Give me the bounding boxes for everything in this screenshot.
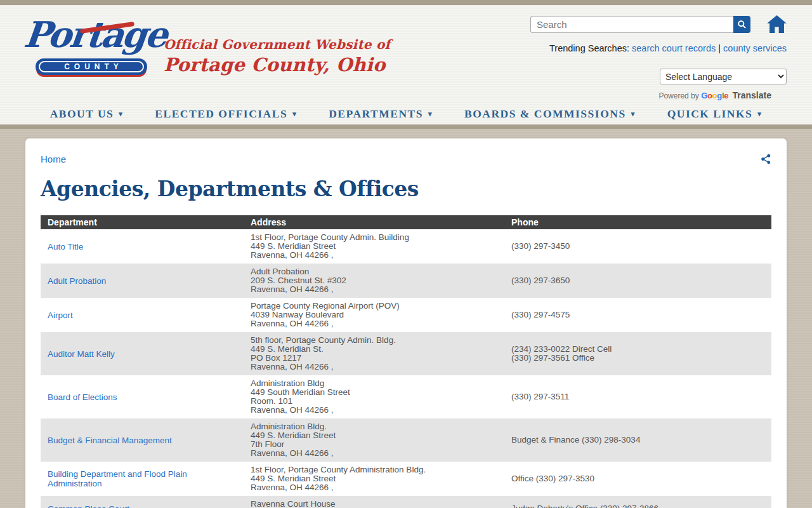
nav-item-label: BOARDS & COMMISSIONS: [464, 107, 626, 121]
column-header-address: Address: [244, 215, 504, 229]
tagline-line2: Portage County, Ohio: [164, 54, 390, 76]
logo-wordmark: Portage: [22, 17, 167, 52]
address-line: Ravenna, OH 44266 ,: [251, 251, 497, 260]
address-line: Room. 101: [251, 397, 497, 406]
address-line: 449 South Meridian Street: [251, 388, 497, 397]
table-row: AirportPortage County Regional Airport (…: [41, 298, 771, 332]
logo-county-label: COUNTY: [39, 61, 144, 72]
departments-table: Department Address Phone Auto Title1st F…: [41, 215, 771, 508]
page-title: Agencies, Departments & Offices: [41, 177, 771, 201]
phone-line: Judge Doherty's Office (330) 297-3866: [511, 504, 764, 508]
share-button[interactable]: [761, 154, 771, 164]
google-translate-attribution: Powered by Google Translate: [530, 90, 787, 100]
chevron-down-icon: ▾: [757, 110, 762, 118]
department-link[interactable]: Auditor Matt Kelly: [48, 349, 115, 359]
department-link[interactable]: Common Pleas Court: [48, 504, 129, 508]
table-header-row: Department Address Phone: [41, 215, 771, 229]
column-header-department: Department: [41, 215, 244, 229]
trending-separator: |: [718, 43, 721, 53]
share-icon: [761, 154, 771, 164]
phone-line: Budget & Finance (330) 298-3034: [511, 436, 764, 444]
address-line: 5th floor, Portage County Admin. Bldg.: [251, 336, 497, 345]
phone-line: (330) 297-3561 Office: [511, 354, 764, 363]
powered-by-label: Powered by: [658, 91, 698, 100]
nav-item-label: ABOUT US: [50, 107, 114, 121]
address-line: PO Box 1217: [251, 354, 497, 363]
address-line: 449 S. Meridian Street: [251, 242, 497, 251]
breadcrumb-home-link[interactable]: Home: [41, 154, 66, 164]
chevron-down-icon: ▾: [292, 110, 297, 118]
column-header-phone: Phone: [504, 215, 771, 229]
address-line: Ravenna, OH 44266 ,: [251, 406, 497, 415]
logo-county-banner: COUNTY: [36, 58, 147, 75]
nav-item-departments[interactable]: DEPARTMENTS▾: [329, 107, 433, 121]
nav-item-quick-links[interactable]: QUICK LINKS▾: [667, 107, 763, 121]
header-bottom-strip: [0, 124, 812, 129]
nav-item-about-us[interactable]: ABOUT US▾: [50, 107, 124, 121]
table-row: Auditor Matt Kelly5th floor, Portage Cou…: [41, 332, 771, 375]
nav-item-boards-commissions[interactable]: BOARDS & COMMISSIONS▾: [464, 107, 636, 121]
main-navigation: ABOUT US▾ELECTED OFFICIALS▾DEPARTMENTS▾B…: [0, 107, 812, 121]
language-select[interactable]: Select Language: [660, 69, 787, 84]
phone-line: (234) 233-0022 Direct Cell: [511, 345, 764, 354]
phone-line: (330) 297-4575: [511, 311, 764, 319]
trending-link-county-services[interactable]: county services: [723, 43, 787, 53]
address-line: Portage County Regional Airport (POV): [251, 302, 497, 311]
table-row: Budget & Financial ManagementAdministrat…: [41, 418, 771, 462]
home-button[interactable]: [767, 15, 787, 33]
phone-line: (330) 297-3450: [511, 242, 764, 251]
address-line: 209 S. Chestnut St. #302: [251, 276, 497, 285]
address-line: 4039 Nanway Boulevard: [251, 311, 497, 319]
address-line: Ravenna, OH 44266 ,: [251, 285, 497, 294]
address-line: 449 S. Meridian Street: [251, 431, 497, 440]
address-line: Administration Bldg: [251, 379, 497, 388]
translate-label: Translate: [733, 90, 771, 100]
nav-item-elected-officials[interactable]: ELECTED OFFICIALS▾: [155, 107, 297, 121]
department-link[interactable]: Airport: [48, 311, 73, 320]
nav-item-label: QUICK LINKS: [667, 107, 753, 121]
table-row: Building Department and Flood Plain Admi…: [41, 462, 771, 496]
address-line: Ravenna, OH 44266 ,: [251, 449, 497, 458]
table-row: Auto Title1st Floor, Portage County Admi…: [41, 229, 771, 264]
address-line: 1st Floor, Portage County Admin. Buildin…: [251, 233, 497, 242]
department-link[interactable]: Board of Elections: [48, 392, 117, 402]
department-link[interactable]: Auto Title: [48, 242, 83, 251]
address-line: Ravenna, OH 44266 ,: [251, 363, 497, 371]
address-line: Adult Probation: [251, 267, 497, 276]
trending-label: Trending Searches:: [549, 43, 629, 53]
page-background: Home Agencies, Departments & Offices Dep…: [0, 129, 812, 508]
table-row: Board of ElectionsAdministration Bldg449…: [41, 375, 771, 418]
chevron-down-icon: ▾: [119, 110, 123, 118]
home-icon: [767, 15, 787, 33]
search-input[interactable]: [530, 16, 733, 33]
phone-line: (330) 297-3511: [511, 392, 764, 401]
address-line: 449 S. Meridian Street: [251, 474, 497, 483]
table-row: Adult ProbationAdult Probation209 S. Che…: [41, 264, 771, 298]
phone-line: Office (330) 297-3530: [511, 474, 764, 483]
breadcrumb: Home: [41, 154, 66, 165]
chevron-down-icon: ▾: [428, 110, 433, 118]
address-line: 1st Floor, Portage County Administration…: [251, 465, 497, 474]
chevron-down-icon: ▾: [631, 110, 636, 118]
department-link[interactable]: Adult Probation: [48, 276, 106, 286]
google-logo: Google: [701, 91, 728, 100]
address-line: 449 S. Meridian St.: [251, 345, 497, 354]
nav-item-label: DEPARTMENTS: [329, 107, 423, 121]
department-link[interactable]: Budget & Financial Management: [48, 436, 172, 445]
nav-item-label: ELECTED OFFICIALS: [155, 107, 287, 121]
site-tagline: Official Government Website of Portage C…: [164, 37, 390, 76]
trending-searches: Trending Searches: search court records …: [530, 43, 787, 53]
department-link[interactable]: Building Department and Flood Plain Admi…: [48, 469, 237, 488]
header-right-column: Trending Searches: search court records …: [530, 15, 787, 100]
top-accent-strip: [0, 0, 812, 5]
county-logo[interactable]: Portage COUNTY: [24, 17, 157, 93]
address-line: 7th Floor: [251, 440, 497, 449]
content-card: Home Agencies, Departments & Offices Dep…: [25, 138, 787, 508]
address-line: Ravenna, OH 44266 ,: [251, 483, 497, 492]
table-body: Auto Title1st Floor, Portage County Admi…: [41, 229, 771, 508]
search-button[interactable]: [733, 16, 750, 33]
tagline-line1: Official Government Website of: [164, 37, 390, 52]
trending-link-court-records[interactable]: search court records: [632, 43, 716, 53]
address-line: Ravenna, OH 44266 ,: [251, 319, 497, 328]
site-header: Portage COUNTY Official Government Websi…: [0, 5, 812, 124]
